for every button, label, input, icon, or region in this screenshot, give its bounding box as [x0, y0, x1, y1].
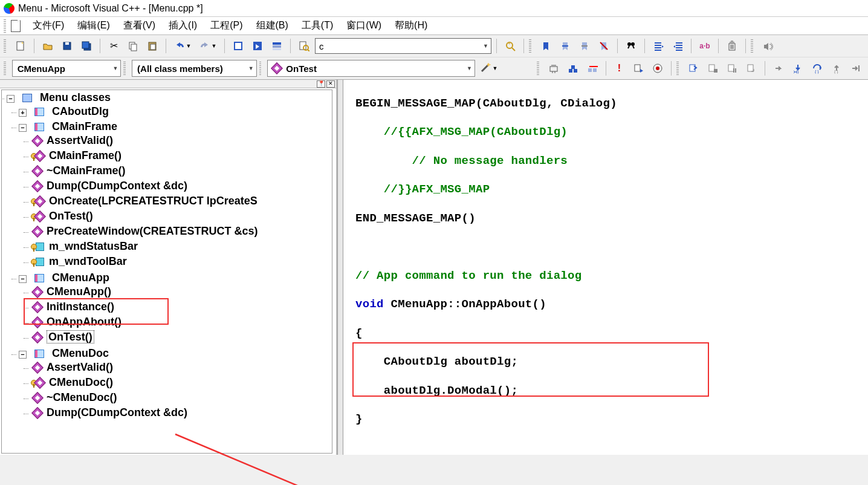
redo-button[interactable]: ▼ — [196, 37, 219, 54]
class-tree[interactable]: − Menu classes + CAboutDlg − CMainFrame — [1, 90, 332, 454]
close-icon[interactable]: ✕ — [326, 80, 335, 88]
indent-button[interactable] — [650, 37, 667, 54]
tree-item[interactable]: AssertValid() — [30, 133, 332, 148]
run-to-cursor-button[interactable] — [847, 60, 864, 77]
window-list-button[interactable] — [268, 37, 285, 54]
wizard-actions-button[interactable]: ▼ — [478, 60, 500, 77]
tree-item[interactable]: OnCreate(LPCREATESTRUCT lpCreateS — [30, 194, 332, 209]
find-text: c — [319, 41, 324, 51]
show-next-button[interactable] — [770, 60, 787, 77]
step-out-button[interactable]: { } — [828, 60, 845, 77]
unindent-button[interactable] — [669, 37, 686, 54]
collapse-icon[interactable]: − — [19, 275, 27, 283]
break-button[interactable] — [724, 60, 740, 77]
find-button[interactable] — [502, 37, 519, 54]
stop-build-button[interactable] — [584, 60, 601, 77]
save-all-button[interactable] — [78, 37, 95, 54]
find-in-files-button[interactable] — [296, 37, 313, 54]
menu-help[interactable]: 帮助(H) — [389, 17, 433, 34]
copy-button[interactable] — [125, 37, 141, 54]
document-icon[interactable] — [11, 20, 21, 32]
gripper-icon[interactable] — [4, 39, 6, 53]
bookmark-prev-button[interactable] — [576, 37, 593, 54]
tree-root[interactable]: − Menu classes + CAboutDlg − CMainFrame — [5, 90, 332, 423]
tree-item[interactable]: OnAppAbout() — [30, 314, 332, 330]
step-into-button[interactable]: {} — [789, 60, 806, 77]
find-next-button[interactable] — [623, 37, 640, 54]
menu-view[interactable]: 查看(V) — [117, 17, 161, 34]
tree-class-cmenudoc[interactable]: − CMenuDoc AssertValid() CMenuDoc() ~CMe… — [18, 346, 332, 422]
svg-rect-1 — [63, 42, 71, 50]
member-combo[interactable]: OnTest ▼ — [267, 60, 475, 77]
tree-item[interactable]: ~CMenuDoc() — [30, 390, 332, 405]
menu-edit[interactable]: 编辑(E) — [71, 17, 115, 34]
new-file-button[interactable] — [12, 37, 29, 54]
undo-button[interactable]: ▼ — [171, 37, 194, 54]
tree-item[interactable]: OnTest() — [30, 209, 332, 224]
collapse-icon[interactable]: − — [7, 95, 15, 103]
tree-class-cmenuapp[interactable]: − CMenuApp CMenuApp() InitInstance() OnA… — [18, 270, 332, 346]
collapse-icon[interactable]: − — [19, 351, 27, 359]
gripper-icon[interactable] — [676, 62, 679, 75]
workspace-button[interactable] — [230, 37, 247, 54]
tree-item[interactable]: AssertValid() — [30, 360, 332, 375]
tree-item[interactable]: CMenuDoc() — [30, 375, 332, 390]
restart-debug-button[interactable] — [685, 60, 702, 77]
step-over-button[interactable]: { } — [809, 60, 826, 77]
output-button[interactable] — [249, 37, 266, 54]
delete-button[interactable] — [724, 37, 740, 54]
pin-icon[interactable]: 📍 — [317, 80, 325, 88]
tree-item[interactable]: CMenuApp() — [30, 284, 332, 299]
gripper-icon[interactable] — [537, 62, 539, 75]
cut-button[interactable]: ✂ — [105, 37, 122, 54]
tree-item[interactable]: m_wndToolBar — [30, 254, 332, 269]
go-button[interactable] — [630, 60, 647, 77]
splitter[interactable] — [337, 80, 343, 455]
filter-combo[interactable]: (All class members) ▼ — [132, 60, 257, 77]
svg-rect-10 — [235, 43, 241, 49]
menu-window[interactable]: 窗口(W) — [340, 17, 387, 34]
menu-tools[interactable]: 工具(T) — [296, 17, 339, 34]
gripper-icon[interactable] — [529, 39, 531, 53]
execute-button[interactable]: ! — [611, 60, 627, 77]
tree-item-ontest[interactable]: OnTest() — [30, 330, 332, 345]
tree-item[interactable]: Dump(CDumpContext &dc) — [30, 405, 332, 420]
paste-button[interactable] — [144, 37, 161, 54]
tree-item[interactable]: PreCreateWindow(CREATESTRUCT &cs) — [30, 224, 332, 239]
menu-build[interactable]: 组建(B) — [250, 17, 294, 34]
whole-word-button[interactable]: a·b — [696, 37, 713, 54]
code-editor[interactable]: BEGIN_MESSAGE_MAP(CAboutDlg, CDialog) //… — [343, 80, 868, 455]
variable-icon — [36, 258, 44, 266]
gripper-icon[interactable] — [259, 62, 262, 75]
gripper-icon[interactable] — [123, 62, 126, 75]
tree-item[interactable]: ~CMainFrame() — [30, 163, 332, 178]
collapse-icon[interactable]: − — [19, 124, 27, 132]
bookmark-toggle-button[interactable] — [537, 37, 554, 54]
gripper-icon[interactable] — [751, 39, 753, 53]
tree-label: ~CMainFrame() — [47, 164, 126, 177]
tree-item[interactable]: m_wndStatusBar — [30, 239, 332, 254]
find-combo[interactable]: c ▼ — [315, 38, 491, 54]
class-combo[interactable]: CMenuApp ▼ — [12, 60, 121, 77]
compile-button[interactable] — [545, 60, 562, 77]
svg-rect-4 — [82, 42, 89, 48]
tree-item[interactable]: CMainFrame() — [30, 148, 332, 163]
save-button[interactable] — [59, 37, 76, 54]
bookmark-clear-button[interactable] — [595, 37, 612, 54]
breakpoint-button[interactable] — [649, 60, 666, 77]
apply-changes-button[interactable] — [743, 60, 760, 77]
tree-class-caboutdlg[interactable]: + CAboutDlg — [18, 104, 332, 119]
tree-item[interactable]: Dump(CDumpContext &dc) — [30, 178, 332, 194]
menu-insert[interactable]: 插入(I) — [163, 17, 203, 34]
stop-debug-button[interactable] — [704, 60, 721, 77]
build-button[interactable] — [565, 60, 581, 77]
expand-icon[interactable]: + — [19, 109, 27, 117]
bookmark-next-button[interactable] — [557, 37, 574, 54]
menu-file[interactable]: 文件(F) — [27, 17, 70, 34]
tree-class-cmainframe[interactable]: − CMainFrame AssertValid() CMainFrame() … — [18, 119, 332, 270]
tree-item[interactable]: InitInstance() — [30, 299, 332, 314]
gripper-icon[interactable] — [4, 62, 6, 75]
sound-button[interactable] — [759, 37, 776, 54]
open-button[interactable] — [39, 37, 56, 54]
menu-project[interactable]: 工程(P) — [204, 17, 248, 34]
